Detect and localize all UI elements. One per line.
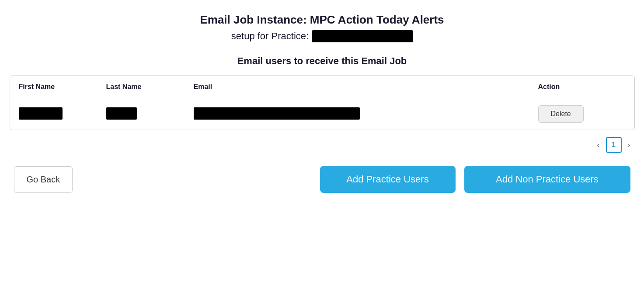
- practice-line: setup for Practice:: [200, 30, 444, 42]
- pagination-prev[interactable]: ‹: [595, 140, 602, 151]
- first-name-redacted: [19, 107, 63, 120]
- cell-first-name: [19, 107, 106, 121]
- users-table: First Name Last Name Email Action Delete: [10, 76, 635, 130]
- cell-last-name: [106, 107, 194, 121]
- add-practice-users-button[interactable]: Add Practice Users: [320, 166, 456, 193]
- col-action: Action: [538, 83, 626, 91]
- pagination-row: ‹ 1 ›: [10, 137, 635, 153]
- pagination-current-page[interactable]: 1: [606, 137, 622, 153]
- delete-button[interactable]: Delete: [538, 105, 584, 123]
- col-last-name: Last Name: [106, 83, 194, 91]
- col-email: Email: [194, 83, 538, 91]
- table-row: Delete: [10, 98, 634, 130]
- practice-label: setup for Practice:: [231, 31, 309, 42]
- page-header: Email Job Instance: MPC Action Today Ale…: [200, 13, 444, 51]
- col-first-name: First Name: [19, 83, 106, 91]
- email-redacted: [194, 107, 360, 120]
- section-title: Email users to receive this Email Job: [237, 55, 407, 67]
- cell-action: Delete: [538, 105, 626, 123]
- go-back-button[interactable]: Go Back: [14, 166, 73, 193]
- pagination-next[interactable]: ›: [625, 140, 633, 151]
- action-row: Go Back Add Practice Users Add Non Pract…: [10, 166, 635, 193]
- cell-email: [194, 107, 538, 121]
- add-non-practice-users-button[interactable]: Add Non Practice Users: [464, 166, 630, 193]
- last-name-redacted: [106, 107, 137, 120]
- table-header: First Name Last Name Email Action: [10, 76, 634, 98]
- practice-value-redacted: [312, 30, 413, 42]
- page-title: Email Job Instance: MPC Action Today Ale…: [200, 13, 444, 27]
